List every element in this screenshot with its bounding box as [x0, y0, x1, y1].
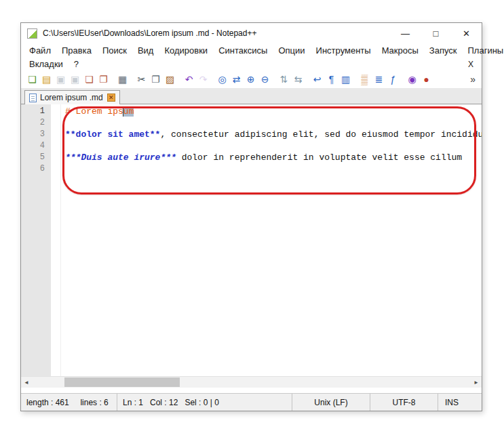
document-list-icon: ≣ [375, 75, 383, 84]
paste-icon: ▨ [166, 75, 174, 84]
scrollbar-thumb[interactable] [64, 377, 180, 387]
paste-button[interactable]: ▨ [163, 73, 176, 86]
save-all-icon: ▣ [71, 75, 79, 84]
document-list-button[interactable]: ≣ [372, 73, 385, 86]
document-map-icon: ▒ [362, 75, 368, 84]
notepad-plus-plus-app-icon [27, 28, 37, 39]
zoom-in-button[interactable]: ⊕ [244, 73, 257, 86]
markdown-heading-text: # Lorem ips [65, 106, 123, 117]
copy-icon: ❐ [151, 75, 160, 84]
line-number-5[interactable]: 5 [21, 152, 51, 163]
menu-item-row2-1[interactable]: ? [69, 59, 84, 69]
open-file-icon: ▤ [42, 75, 51, 84]
line-number-2[interactable]: 2 [21, 117, 51, 129]
indent-guide-button[interactable]: ▥ [339, 73, 352, 86]
status-bar: length : 461 lines : 6 Ln : 1 Col : 12 S… [21, 393, 482, 411]
toolbar-overflow-button[interactable]: » [470, 74, 476, 85]
menu-item-row1-7[interactable]: Инструменты [311, 45, 376, 56]
sync-horizontal-scroll-icon: ⇆ [294, 75, 303, 84]
copy-button[interactable]: ❐ [149, 73, 162, 86]
menu-item-row1-1[interactable]: Правка [56, 45, 97, 56]
redo-icon: ↷ [199, 75, 208, 84]
menu-item-row2-0[interactable]: Вкладки [24, 59, 69, 69]
menu-item-row1-8[interactable]: Макросы [376, 45, 424, 56]
zoom-out-button[interactable]: ⊖ [258, 73, 271, 86]
tab-label: Lorem ipsum .md [40, 93, 103, 102]
minimize-button[interactable]: — [390, 23, 421, 43]
status-encoding[interactable]: UTF-8 [370, 394, 438, 411]
tab-bar: Lorem ipsum .md ✕ [21, 88, 482, 104]
record-macro-button[interactable]: ● [420, 73, 433, 86]
status-eol-format[interactable]: Unix (LF) [292, 394, 370, 411]
print-button[interactable]: ▦ [116, 73, 129, 86]
markdown-bold-italic-text: ***Duis aute irure*** [65, 152, 176, 163]
close-all-icon: ❐ [99, 75, 108, 84]
menu-item-row1-5[interactable]: Синтаксисы [213, 45, 273, 56]
function-list-icon: ƒ [391, 75, 396, 84]
show-all-characters-button[interactable]: ¶ [325, 73, 338, 86]
close-all-button[interactable]: ❐ [97, 73, 110, 86]
indent-guide-icon: ▥ [341, 75, 350, 84]
fold-margin[interactable] [51, 104, 61, 376]
editor-text-area[interactable]: # Lorem ipsum **dolor sit amet**, consec… [61, 104, 482, 376]
menu-item-row1-4[interactable]: Кодировки [159, 45, 213, 56]
zoom-in-icon: ⊕ [247, 75, 255, 84]
code-line-1: # Lorem ipsum [61, 106, 482, 117]
function-list-button[interactable]: ƒ [387, 73, 400, 86]
horizontal-scrollbar[interactable]: ◄ ► [21, 376, 482, 388]
save-file-icon: ▣ [56, 75, 65, 84]
word-wrap-icon: ↩ [313, 75, 322, 84]
new-file-button[interactable]: ❏ [26, 73, 39, 86]
title-bar[interactable]: C:\Users\IEUser\Downloads\Lorem ipsum .m… [21, 23, 482, 43]
undo-icon: ↶ [185, 75, 193, 84]
sync-vertical-scroll-button[interactable]: ⇅ [277, 73, 290, 86]
close-button[interactable]: ✕ [451, 23, 482, 43]
line-number-1[interactable]: 1 [21, 106, 51, 117]
plain-text-line-3: , consectetur adipiscing elit, sed do ei… [160, 129, 482, 140]
replace-icon: ⇄ [233, 75, 241, 84]
menu-row-1-items: ФайлПравкаПоискВидКодировкиСинтаксисыОпц… [24, 45, 504, 56]
menu-item-row1-3[interactable]: Вид [132, 45, 159, 56]
line-number-4[interactable]: 4 [21, 140, 51, 152]
open-file-button[interactable]: ▤ [40, 73, 53, 86]
close-file-button[interactable]: ❏ [83, 73, 96, 86]
replace-button[interactable]: ⇄ [230, 73, 243, 86]
menu-item-row1-0[interactable]: Файл [24, 45, 56, 56]
status-insert-mode[interactable]: INS [438, 394, 482, 411]
tab-close-button[interactable]: ✕ [107, 94, 115, 102]
save-all-button[interactable]: ▣ [69, 73, 81, 86]
menu-item-row1-6[interactable]: Опции [273, 45, 310, 56]
show-all-characters-icon: ¶ [329, 75, 334, 84]
notepad-plus-plus-window: C:\Users\IEUser\Downloads\Lorem ipsum .m… [20, 22, 482, 411]
status-cursor-position: Ln : 1 Col : 12 Sel : 0 | 0 [117, 394, 292, 411]
scroll-right-arrow-icon[interactable]: ► [471, 377, 482, 388]
find-icon: ◎ [218, 75, 226, 84]
word-wrap-button[interactable]: ↩ [311, 73, 324, 86]
new-file-icon: ❏ [28, 75, 37, 84]
menu-close-button[interactable]: X [460, 60, 482, 69]
line-number-6[interactable]: 6 [21, 163, 51, 175]
code-line-5: ***Duis aute irure*** dolor in reprehend… [61, 152, 482, 163]
record-macro-icon: ● [423, 75, 429, 84]
menu-row-2-items: Вкладки? [24, 59, 84, 69]
save-file-button[interactable]: ▣ [54, 73, 67, 86]
line-number-gutter: 123456 [21, 104, 51, 376]
sync-vertical-scroll-icon: ⇅ [280, 75, 288, 84]
menu-bar-row-2: Вкладки? X [21, 58, 482, 70]
bottom-spacer [21, 388, 482, 393]
tab-lorem-ipsum-md[interactable]: Lorem ipsum .md ✕ [24, 90, 120, 104]
document-map-button[interactable]: ▒ [358, 73, 371, 86]
monitoring-button[interactable]: ◉ [406, 73, 419, 86]
menu-item-row1-2[interactable]: Поиск [97, 45, 132, 56]
redo-button[interactable]: ↷ [197, 73, 210, 86]
menu-item-row1-9[interactable]: Запуск [424, 45, 463, 56]
line-number-3[interactable]: 3 [21, 129, 51, 140]
scroll-left-arrow-icon[interactable]: ◄ [21, 377, 32, 388]
sync-horizontal-scroll-button[interactable]: ⇆ [292, 73, 305, 86]
menu-item-row1-10[interactable]: Плагины [463, 45, 504, 56]
cut-button[interactable]: ✂ [135, 73, 148, 86]
find-button[interactable]: ◎ [216, 73, 229, 86]
undo-button[interactable]: ↶ [182, 73, 195, 86]
monitoring-icon: ◉ [408, 75, 416, 84]
maximize-button[interactable]: □ [421, 23, 451, 43]
